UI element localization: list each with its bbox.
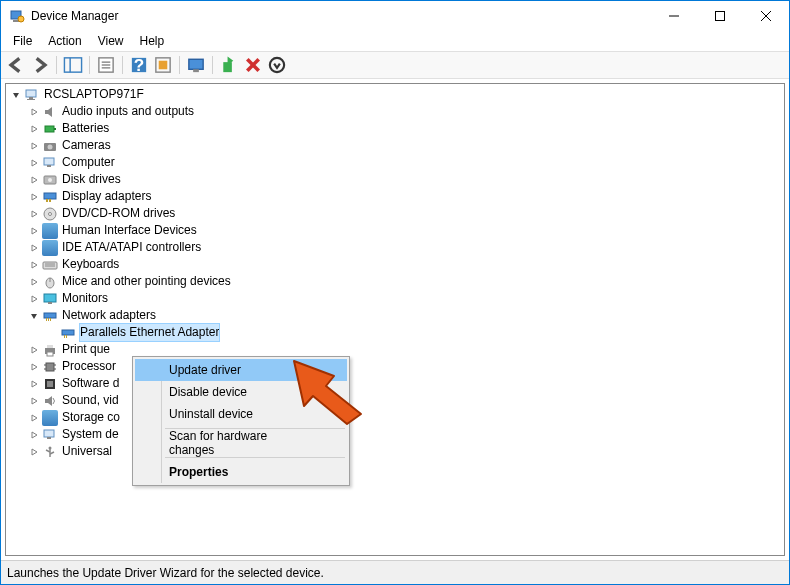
- expand-icon[interactable]: [28, 225, 40, 237]
- tree-node-network[interactable]: Network adapters: [6, 307, 784, 324]
- tree-node-ide[interactable]: IDE ATA/ATAPI controllers: [6, 239, 784, 256]
- tree-node-hid[interactable]: Human Interface Devices: [6, 222, 784, 239]
- tree-label: Software d: [62, 375, 119, 392]
- properties-button[interactable]: [95, 54, 117, 76]
- expand-icon[interactable]: [28, 446, 40, 458]
- title-bar: Device Manager: [1, 1, 789, 31]
- svg-rect-46: [44, 313, 56, 318]
- tree-node-usb[interactable]: Universal: [6, 443, 784, 460]
- toolbar-separator: [212, 56, 213, 74]
- context-item-label: Update driver: [169, 363, 241, 377]
- expand-icon[interactable]: [28, 242, 40, 254]
- back-button[interactable]: [5, 54, 27, 76]
- expand-icon[interactable]: [28, 361, 40, 373]
- tree-label: Storage co: [62, 409, 120, 426]
- tree-node-keyboards[interactable]: Keyboards: [6, 256, 784, 273]
- scan-hardware-button[interactable]: [185, 54, 207, 76]
- tree-label: Computer: [62, 154, 115, 171]
- svg-rect-30: [44, 158, 54, 165]
- disable-button[interactable]: [266, 54, 288, 76]
- keyboard-icon: [42, 257, 58, 273]
- action-button[interactable]: [152, 54, 174, 76]
- expand-icon[interactable]: [28, 123, 40, 135]
- network-icon: [42, 308, 58, 324]
- tree-node-dvd[interactable]: DVD/CD-ROM drives: [6, 205, 784, 222]
- forward-button[interactable]: [29, 54, 51, 76]
- expand-icon[interactable]: [28, 140, 40, 152]
- ide-icon: [42, 240, 58, 256]
- tree-root[interactable]: RCSLAPTOP971F: [6, 86, 784, 103]
- context-scan-hardware[interactable]: Scan for hardware changes: [135, 432, 347, 454]
- expand-icon[interactable]: [28, 191, 40, 203]
- context-update-driver[interactable]: Update driver: [135, 359, 347, 381]
- menu-help[interactable]: Help: [132, 32, 173, 50]
- context-item-label: Properties: [169, 465, 228, 479]
- svg-point-22: [270, 58, 284, 72]
- update-driver-button[interactable]: [218, 54, 240, 76]
- battery-icon: [42, 121, 58, 137]
- tree-node-computer[interactable]: Computer: [6, 154, 784, 171]
- context-separator: [165, 457, 345, 458]
- tree-label: Display adapters: [62, 188, 151, 205]
- tree-node-print[interactable]: Print que: [6, 341, 784, 358]
- collapse-icon[interactable]: [28, 310, 40, 322]
- expand-icon[interactable]: [28, 106, 40, 118]
- tree-node-mice[interactable]: Mice and other pointing devices: [6, 273, 784, 290]
- expand-icon[interactable]: [28, 293, 40, 305]
- show-hide-tree-button[interactable]: [62, 54, 84, 76]
- tree-label: Disk drives: [62, 171, 121, 188]
- collapse-icon[interactable]: [10, 89, 22, 101]
- svg-rect-52: [66, 335, 67, 338]
- tree-node-display[interactable]: Display adapters: [6, 188, 784, 205]
- tree-label: IDE ATA/ATAPI controllers: [62, 239, 201, 256]
- device-tree[interactable]: RCSLAPTOP971F Audio inputs and outputs B…: [5, 83, 785, 556]
- printer-icon: [42, 342, 58, 358]
- svg-point-29: [48, 144, 53, 149]
- expand-icon[interactable]: [28, 429, 40, 441]
- expand-icon[interactable]: [28, 259, 40, 271]
- tree-node-software[interactable]: Software d: [6, 375, 784, 392]
- tree-label: Universal: [62, 443, 112, 460]
- sound-icon: [42, 393, 58, 409]
- tree-node-cameras[interactable]: Cameras: [6, 137, 784, 154]
- expand-icon[interactable]: [28, 412, 40, 424]
- mouse-icon: [42, 274, 58, 290]
- tree-node-network-adapter-item[interactable]: Parallels Ethernet Adapter: [6, 324, 784, 341]
- tree-label: Human Interface Devices: [62, 222, 197, 239]
- menu-file[interactable]: File: [5, 32, 40, 50]
- minimize-button[interactable]: [651, 1, 697, 31]
- maximize-button[interactable]: [697, 1, 743, 31]
- expand-icon[interactable]: [28, 395, 40, 407]
- expand-icon[interactable]: [28, 276, 40, 288]
- network-adapter-icon: [60, 325, 76, 341]
- computer-icon: [42, 155, 58, 171]
- expand-icon[interactable]: [28, 378, 40, 390]
- svg-rect-63: [44, 430, 54, 437]
- context-uninstall-device[interactable]: Uninstall device: [135, 403, 347, 425]
- context-disable-device[interactable]: Disable device: [135, 381, 347, 403]
- tree-label: Audio inputs and outputs: [62, 103, 194, 120]
- expand-icon[interactable]: [28, 344, 40, 356]
- tree-node-disk[interactable]: Disk drives: [6, 171, 784, 188]
- help-button[interactable]: ?: [128, 54, 150, 76]
- display-adapter-icon: [42, 189, 58, 205]
- tree-node-processors[interactable]: Processor: [6, 358, 784, 375]
- svg-rect-31: [47, 165, 51, 167]
- expand-icon[interactable]: [28, 174, 40, 186]
- uninstall-button[interactable]: [242, 54, 264, 76]
- tree-node-monitors[interactable]: Monitors: [6, 290, 784, 307]
- dvd-icon: [42, 206, 58, 222]
- menu-action[interactable]: Action: [40, 32, 89, 50]
- tree-node-system[interactable]: System de: [6, 426, 784, 443]
- tree-node-storage[interactable]: Storage co: [6, 409, 784, 426]
- expand-icon[interactable]: [28, 157, 40, 169]
- svg-rect-55: [47, 352, 53, 356]
- tree-node-audio[interactable]: Audio inputs and outputs: [6, 103, 784, 120]
- close-button[interactable]: [743, 1, 789, 31]
- context-properties[interactable]: Properties: [135, 461, 347, 483]
- tree-node-batteries[interactable]: Batteries: [6, 120, 784, 137]
- expand-icon[interactable]: [28, 208, 40, 220]
- menu-view[interactable]: View: [90, 32, 132, 50]
- svg-rect-35: [46, 199, 48, 202]
- tree-node-sound[interactable]: Sound, vid: [6, 392, 784, 409]
